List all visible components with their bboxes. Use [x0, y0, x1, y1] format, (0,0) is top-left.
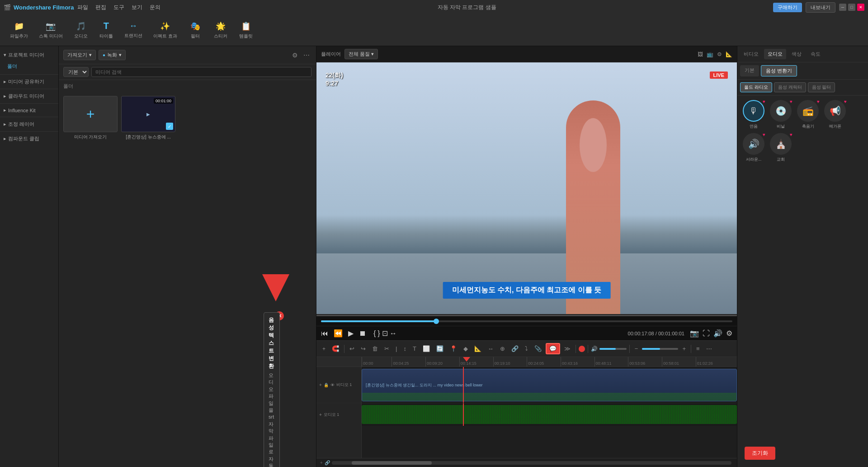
- sort-select[interactable]: 기본: [63, 67, 89, 77]
- tl-redo-button[interactable]: ↪: [359, 344, 368, 353]
- audio-clip[interactable]: [362, 405, 737, 424]
- settings-button[interactable]: ⚙: [726, 329, 732, 338]
- tl-minus-zoom[interactable]: −: [632, 344, 641, 353]
- preview-icon-3[interactable]: ⚙: [717, 51, 722, 57]
- tl-cut-button[interactable]: ✂: [382, 344, 392, 353]
- close-button[interactable]: ✕: [857, 4, 864, 11]
- progress-thumb[interactable]: [434, 319, 439, 324]
- voice-circle-phonograph[interactable]: 📻 ♥: [797, 100, 819, 122]
- voice-circle-vinyl[interactable]: 💿 ♥: [770, 100, 792, 122]
- tool-titles[interactable]: T 타이틀: [94, 18, 118, 42]
- account-button[interactable]: 내보내기: [806, 2, 835, 13]
- tl-marker-button[interactable]: 📍: [448, 344, 459, 353]
- cut-button[interactable]: ↔: [390, 329, 397, 338]
- list-item[interactable]: 💿 ♥ 비닐: [769, 100, 793, 129]
- tl-more-button[interactable]: ≫: [562, 344, 573, 353]
- sidebar-item-adjustment-layer[interactable]: ▸ 조정 레이어: [0, 119, 58, 129]
- tl-keyframe-button[interactable]: ◆: [461, 344, 470, 353]
- import-dropdown[interactable]: 가져오기 ▾: [63, 50, 96, 60]
- track-add-video-button[interactable]: +: [319, 382, 322, 387]
- timeline-link-icon[interactable]: 🔗: [325, 460, 330, 465]
- audio-button[interactable]: 🔊: [713, 329, 722, 338]
- tool-add-file[interactable]: 📁 파일추가: [5, 19, 33, 42]
- list-item[interactable]: 📢 ♥ 메가폰: [823, 100, 847, 129]
- out-point-button[interactable]: }: [377, 329, 380, 338]
- record-dropdown[interactable]: ● 녹화 ▾: [99, 50, 126, 60]
- sidebar-item-project-media[interactable]: ▾ 프로젝트 미디어: [0, 50, 58, 60]
- snapshot-button[interactable]: 📷: [690, 329, 699, 338]
- sidebar-item-compound-clip[interactable]: ▸ 컴파운드 클립: [0, 133, 58, 144]
- preview-icon-1[interactable]: 🖼: [698, 51, 703, 57]
- tl-new-track-button[interactable]: +: [320, 344, 328, 353]
- menu-help[interactable]: 운의: [150, 4, 160, 11]
- list-item[interactable]: + 미디어 가져오기: [63, 96, 118, 140]
- step-back-button[interactable]: ⏪: [334, 329, 343, 338]
- sidebar-item-folder[interactable]: 폴더: [0, 60, 58, 72]
- voice-circle-megaphone[interactable]: 📢 ♥: [824, 100, 846, 122]
- zoom-slider-track[interactable]: [642, 348, 678, 350]
- list-item[interactable]: 🎙 ♥ 연음: [742, 100, 765, 129]
- mark-button[interactable]: ⊡: [382, 329, 388, 338]
- add-media-thumb[interactable]: +: [63, 96, 118, 132]
- audio-tab-basic[interactable]: 기본: [740, 65, 759, 76]
- tl-link-button[interactable]: 🔗: [509, 344, 521, 353]
- menu-tools[interactable]: 도구: [113, 4, 124, 11]
- tab-speed[interactable]: 속도: [807, 49, 824, 59]
- tl-speed-button[interactable]: ↔: [486, 344, 496, 353]
- tool-stock-media[interactable]: 📷 스톡 미디어: [34, 19, 67, 42]
- menu-view[interactable]: 보기: [132, 4, 142, 11]
- list-item[interactable]: 📻 ♥ 축음기: [796, 100, 820, 129]
- list-item[interactable]: 00:01:00 ▶ ✓ [혼긴영상] 뉴스중에 ...: [121, 96, 175, 140]
- sidebar-item-cloud-media[interactable]: ▸ 클라우드 미디어: [0, 91, 58, 101]
- sidebar-item-media-share[interactable]: ▸ 미디어 공유하기: [0, 76, 58, 87]
- voice-tab-old-radio[interactable]: 올드 라디오: [740, 82, 772, 92]
- tl-plus-zoom[interactable]: +: [680, 344, 688, 353]
- tl-split-button[interactable]: |: [393, 344, 399, 353]
- volume-slider-track[interactable]: [599, 348, 627, 350]
- preview-icon-4[interactable]: 📐: [726, 51, 732, 57]
- video-thumb[interactable]: 00:01:00 ▶ ✓: [121, 96, 175, 132]
- in-point-button[interactable]: {: [373, 329, 376, 338]
- tab-color[interactable]: 색상: [788, 49, 805, 59]
- tool-sticker[interactable]: 🌟 스티커: [209, 19, 232, 42]
- tab-audio[interactable]: 오디오: [764, 49, 786, 59]
- list-item[interactable]: 🔊 ♥ 서라운...: [742, 133, 765, 162]
- voice-circle-church[interactable]: ⛪ ♥: [770, 133, 792, 155]
- filter-action-button[interactable]: ⚙: [290, 51, 300, 60]
- play-button[interactable]: ▶: [348, 329, 354, 338]
- timeline-scrollbar[interactable]: [332, 461, 731, 465]
- tool-effects[interactable]: ✨ 이펙트 효과: [149, 19, 182, 42]
- maximize-button[interactable]: □: [848, 4, 855, 11]
- minimize-button[interactable]: ─: [839, 4, 846, 11]
- voice-tab-filter[interactable]: 음성 필터: [808, 82, 835, 92]
- tl-settings-button[interactable]: ⋯: [704, 344, 714, 353]
- tl-group-button[interactable]: ⤵: [523, 344, 530, 353]
- tl-speech-to-text-button[interactable]: 💬: [546, 343, 560, 354]
- progress-bar[interactable]: [321, 320, 732, 322]
- voice-circle-surround[interactable]: 🔊 ♥: [743, 133, 764, 155]
- purchase-button[interactable]: 구매하기: [773, 3, 802, 12]
- tool-audio[interactable]: 🎵 오디오: [69, 19, 93, 42]
- more-action-button[interactable]: ⋯: [302, 51, 311, 60]
- tl-snap-button[interactable]: 📎: [532, 344, 544, 353]
- list-item[interactable]: ⛪ ♥ 교회: [769, 133, 793, 162]
- tab-video[interactable]: 비디오: [740, 49, 762, 59]
- voice-circle-yeonum[interactable]: 🎙 ♥: [743, 100, 764, 122]
- menu-edit[interactable]: 편집: [95, 4, 106, 11]
- tl-freeze-button[interactable]: ⬜: [420, 344, 432, 353]
- stop-button[interactable]: ⏹: [359, 329, 366, 338]
- preview-icon-2[interactable]: 📺: [707, 51, 713, 57]
- tool-filter[interactable]: 🎭 필터: [184, 19, 207, 42]
- finalize-button[interactable]: 조기화: [745, 447, 775, 460]
- tl-scale-button[interactable]: 📐: [472, 344, 484, 353]
- tool-template[interactable]: 📋 템플릿: [234, 19, 258, 42]
- tl-crop-button[interactable]: ↕: [401, 344, 409, 353]
- sidebar-item-influence-kit[interactable]: ▸ Influence Kit: [0, 105, 58, 115]
- tool-transition[interactable]: ↔ 트랜지션: [120, 19, 147, 42]
- search-input[interactable]: [91, 67, 311, 77]
- video-clip[interactable]: [혼긴영상] 뉴스중에 생긴일... 도라지 ... my video news…: [362, 369, 737, 401]
- track-add-audio-button[interactable]: +: [319, 412, 322, 417]
- tl-undo-button[interactable]: ↩: [347, 344, 357, 353]
- tl-text-button[interactable]: T: [410, 344, 419, 353]
- tl-magnet-button[interactable]: 🧲: [330, 344, 341, 353]
